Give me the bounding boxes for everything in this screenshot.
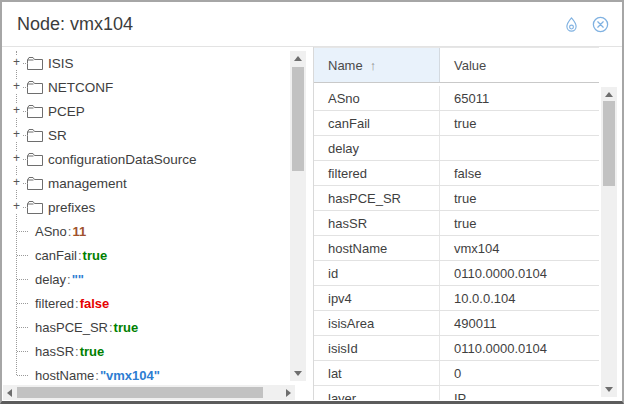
table-row[interactable]: delay [314,136,599,161]
expand-plus-icon[interactable]: + [11,104,22,117]
tree-hscroll-thumb[interactable] [17,387,263,398]
tree-leaf-row[interactable]: canFail : true [2,243,289,267]
tree-folder-row[interactable]: + ISIS [2,51,289,75]
table-cell-value: IP [440,386,599,400]
tree-vertical-scrollbar[interactable] [290,51,306,381]
tree-leaf-value: "" [72,272,84,287]
table-cell-name: filtered [314,161,440,185]
tree-folder-label: prefixes [48,200,95,215]
tree-leaf-row[interactable]: ASno : 11 [2,219,289,243]
scroll-left-button[interactable] [3,385,16,400]
column-header-name[interactable]: Name ↑ [314,48,440,82]
table-row[interactable]: hasPCE_SR true [314,186,599,211]
tree-leaf-separator: : [109,320,113,335]
table-cell-name: hasPCE_SR [314,186,440,210]
expand-plus-icon[interactable]: + [11,200,22,213]
table-row[interactable]: ipv4 10.0.0.104 [314,286,599,311]
tree-folder-row[interactable]: + PCEP [2,99,289,123]
table-cell-value: false [440,161,599,185]
table-row[interactable]: isisArea 490011 [314,311,599,336]
tree-folder-row[interactable]: + NETCONF [2,75,289,99]
expand-plus-icon[interactable]: + [11,56,22,69]
dialog-title: Node: vmx104 [17,14,561,35]
triangle-down-icon [605,387,613,392]
tree-folder-label: NETCONF [48,80,113,95]
tree-connector [17,303,28,304]
tree-leaf-row[interactable]: hasPCE_SR : true [2,315,289,339]
expand-plus-icon[interactable]: + [11,80,22,93]
node-details-dialog: Node: vmx104 + [0,0,624,404]
scroll-down-button[interactable] [290,367,306,380]
table-cell-value: 0110.0000.0104 [440,336,599,360]
table-cell-name: delay [314,136,440,160]
tree-folder-row[interactable]: + SR [2,123,289,147]
table-row[interactable]: filtered false [314,161,599,186]
table-header-row: Name ↑ Value [314,47,599,83]
circle-close-icon[interactable] [590,14,610,34]
folder-icon [27,177,43,190]
folder-icon [27,57,43,70]
table-row[interactable]: hostName vmx104 [314,236,599,261]
tree-folder-label: configurationDataSource [48,152,197,167]
scroll-right-button[interactable] [282,385,295,400]
tree-leaf-value: false [80,296,110,311]
tree-leaf-separator: : [68,224,72,239]
tree-vscroll-thumb[interactable] [292,67,304,171]
table-row[interactable]: isisId 0110.0000.0104 [314,336,599,361]
table-row[interactable]: lat 0 [314,361,599,386]
tree-leaf-name: canFail [35,248,77,263]
table-vertical-scrollbar[interactable] [601,87,617,397]
table-row[interactable]: layer IP [314,386,599,400]
dialog-content: + ISIS + NETCONF + PCEP + [2,47,622,400]
tree-folder-row[interactable]: + prefixes [2,195,289,219]
tree-connector [17,351,28,352]
table-row[interactable]: ASno 65011 [314,86,599,111]
table-cell-value: true [440,186,599,210]
tree-horizontal-scrollbar[interactable] [3,385,295,400]
table-row[interactable]: canFail true [314,111,599,136]
scroll-up-button[interactable] [601,88,617,101]
table-cell-value: true [440,211,599,235]
table-cell-name: hostName [314,236,440,260]
table-cell-name: hasSR [314,211,440,235]
scroll-up-button[interactable] [290,52,306,65]
column-header-value[interactable]: Value [440,48,599,82]
tree-leaf-separator: : [75,296,79,311]
tree-leaf-row[interactable]: hostName : "vmx104" [2,363,289,384]
triangle-down-icon [294,371,302,376]
table-cell-name: ipv4 [314,286,440,310]
table-vscroll-thumb[interactable] [603,101,615,186]
droplet-icon[interactable] [561,14,581,34]
dialog-titlebar: Node: vmx104 [2,2,622,47]
triangle-right-icon [286,389,291,397]
expand-plus-icon[interactable]: + [11,176,22,189]
expand-plus-icon[interactable]: + [11,152,22,165]
table-cell-name: isisArea [314,311,440,335]
tree-leaf-separator: : [67,272,71,287]
triangle-left-icon [7,389,12,397]
tree-leaf-row[interactable]: hasSR : true [2,339,289,363]
folder-icon [27,81,43,94]
table-cell-name: isisId [314,336,440,360]
scroll-down-button[interactable] [601,383,617,396]
tree-leaf-name: ASno [35,224,67,239]
table-cell-name: id [314,261,440,285]
table-cell-value: true [440,111,599,135]
tree-leaf-row[interactable]: filtered : false [2,291,289,315]
tree-leaf-name: delay [35,272,66,287]
expand-plus-icon[interactable]: + [11,128,22,141]
table-cell-value: 0110.0000.0104 [440,261,599,285]
table-row[interactable]: id 0110.0000.0104 [314,261,599,286]
tree-leaf-separator: : [95,368,99,383]
table-row[interactable]: hasSR true [314,211,599,236]
tree-folder-row[interactable]: + management [2,171,289,195]
tree-leaf-name: hasSR [35,344,74,359]
table-pane: Name ↑ Value ASno 65011 canFail true del… [309,47,622,400]
tree-leaf-row[interactable]: delay : "" [2,267,289,291]
tree-folder-label: PCEP [48,104,85,119]
table-cell-value: 0 [440,361,599,385]
folder-icon [27,105,43,118]
tree-leaf-name: hasPCE_SR [35,320,108,335]
tree-folder-row[interactable]: + configurationDataSource [2,147,289,171]
table-cell-value: 65011 [440,86,599,110]
